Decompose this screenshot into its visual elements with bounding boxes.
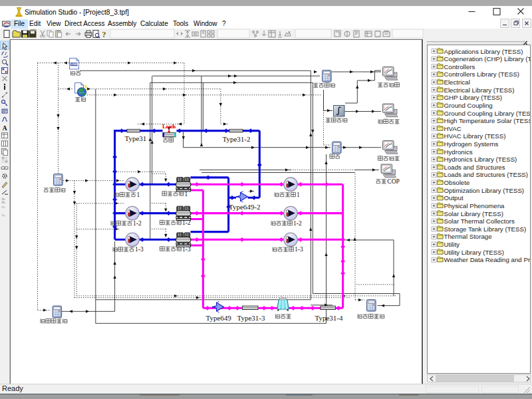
svg-text:Ground Coupling Library (TESS): Ground Coupling Library (TESS) [444,110,531,117]
svg-text:HVAC Library (TESS): HVAC Library (TESS) [444,132,506,140]
svg-text:GHP Library (TESS): GHP Library (TESS) [444,94,503,101]
svg-text:1-3: 1-3 [182,246,191,253]
svg-text:1: 1 [185,191,188,198]
svg-text:Loads and Structures (TESS): Loads and Structures (TESS) [444,171,529,178]
svg-text:Weather Data Reading and Proce: Weather Data Reading and Process [444,256,531,263]
svg-text:Type649: Type649 [206,314,232,322]
svg-text:Applications Library (TESS): Applications Library (TESS) [444,48,523,55]
svg-text:HVAC: HVAC [444,125,462,132]
svg-text:Solar Library (TESS): Solar Library (TESS) [444,210,503,217]
svg-text:Thermal Storage: Thermal Storage [444,233,492,240]
svg-text:Cogeneration (CHP) Library (TE: Cogeneration (CHP) Library (TESS) [444,55,531,63]
svg-text:Loads and Structures: Loads and Structures [444,164,505,171]
svg-text:Optimization Library (TESS): Optimization Library (TESS) [444,187,525,194]
svg-text:1: 1 [137,192,140,198]
svg-text:1-2: 1-2 [133,220,142,227]
svg-text:Type649-2: Type649-2 [229,203,261,211]
svg-text:Hydrogen Systems: Hydrogen Systems [444,140,499,148]
svg-text:Utility Library (TESS): Utility Library (TESS) [444,249,504,256]
svg-text:Type31-3: Type31-3 [237,314,265,322]
svg-text:High Temperature Solar (TESS): High Temperature Solar (TESS) [444,117,531,124]
svg-text:1-3: 1-3 [135,246,144,253]
svg-text:Electrical Library (TESS): Electrical Library (TESS) [444,86,515,94]
svg-text:1-2: 1-2 [182,219,191,226]
svg-text:A: A [3,124,8,132]
svg-text:Type31-2: Type31-2 [223,135,251,143]
svg-text:Utility: Utility [444,241,460,248]
svg-text:Solar Thermal Collectors: Solar Thermal Collectors [444,217,515,225]
svg-text:COP: COP [387,178,399,185]
svg-text:1: 1 [297,192,300,198]
svg-text:Type31: Type31 [125,134,147,142]
svg-text:Electrical: Electrical [444,78,470,86]
svg-text:Obsolete: Obsolete [444,179,470,186]
svg-text:Hydronics Library (TESS): Hydronics Library (TESS) [444,156,517,163]
svg-text:1-2: 1-2 [293,220,302,227]
svg-text:?: ? [102,30,106,39]
svg-text:Storage Tank Library (TESS): Storage Tank Library (TESS) [444,225,527,233]
svg-text:Type31-4: Type31-4 [315,314,343,322]
svg-text:Hydronics: Hydronics [444,148,473,156]
svg-text:Output: Output [444,194,464,201]
svg-text:Ground Coupling: Ground Coupling [444,102,493,109]
svg-text:Physical Phenomena: Physical Phenomena [444,202,505,209]
svg-text:Controllers Library (TESS): Controllers Library (TESS) [444,70,520,78]
svg-text:Controllers: Controllers [444,63,475,70]
svg-text:1-3: 1-3 [295,246,303,253]
